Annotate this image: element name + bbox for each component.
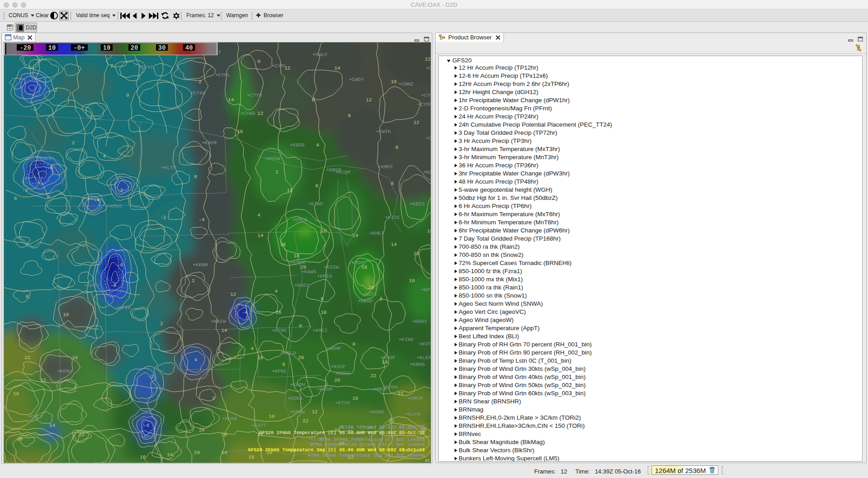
svg-text:+CWNZ: +CWNZ: [398, 81, 413, 87]
svg-text:4: 4: [251, 346, 254, 351]
svg-text:-2: -2: [52, 87, 57, 93]
svg-text:12: 12: [366, 97, 372, 103]
svg-text:+CYWG: +CYWG: [240, 111, 255, 116]
svg-text:GFS20 2FHAG Temperature (C): GFS20 2FHAG Temperature (C) 05.06 0HR We…: [260, 430, 425, 435]
svg-text:+KSGF: +KSGF: [331, 364, 346, 369]
svg-text:+KISW: +KISW: [324, 265, 339, 270]
svg-text:+CWLF: +CWLF: [313, 52, 327, 57]
svg-text:18: 18: [321, 310, 327, 315]
svg-text:22: 22: [370, 373, 376, 379]
svg-text:4: 4: [194, 357, 197, 363]
svg-text:+KRAP: +KRAP: [358, 298, 373, 304]
svg-text:16: 16: [280, 242, 286, 247]
svg-text:+KATT: +KATT: [251, 423, 266, 428]
svg-text:8: 8: [352, 341, 356, 347]
svg-text:18: 18: [361, 265, 367, 270]
svg-text:10: 10: [63, 312, 69, 317]
svg-text:18: 18: [294, 253, 299, 259]
svg-text:+KKNM: +KKNM: [193, 262, 208, 268]
svg-text:22: 22: [303, 418, 308, 424]
svg-text:20: 20: [194, 450, 200, 455]
svg-text:+CYXH: +CYXH: [190, 90, 205, 96]
svg-text:10: 10: [427, 228, 431, 234]
svg-text:-20: -20: [19, 44, 31, 52]
svg-text:20: 20: [368, 285, 374, 290]
svg-text:10: 10: [409, 278, 415, 284]
svg-text:20: 20: [334, 378, 340, 383]
svg-text:12: 12: [425, 57, 431, 62]
svg-text:+KDFW: +KDFW: [290, 409, 305, 415]
svg-text:-6: -6: [143, 423, 149, 428]
svg-text:22: 22: [389, 418, 394, 424]
svg-text:10: 10: [352, 396, 358, 401]
svg-text:22: 22: [398, 391, 403, 397]
svg-text:+KBDE: +KBDE: [290, 142, 305, 148]
svg-text:14: 14: [391, 242, 397, 247]
svg-text:4: 4: [103, 154, 106, 159]
svg-text:10: 10: [72, 355, 78, 360]
svg-text:+CYDN: +CYDN: [417, 102, 431, 107]
svg-text:14: 14: [49, 423, 56, 428]
svg-text:6: 6: [379, 296, 383, 302]
svg-text:+KMOT: +KMOT: [378, 164, 393, 170]
svg-text:14: 14: [334, 66, 341, 71]
svg-text:14: 14: [257, 233, 264, 238]
svg-text:30: 30: [158, 44, 166, 52]
svg-text:+KLTF: +KLTF: [161, 165, 176, 170]
svg-text:+CYYN: +CYYN: [247, 93, 262, 98]
svg-text:10: 10: [48, 44, 56, 52]
svg-text:-4: -4: [94, 198, 100, 203]
svg-text:+KMLS: +KMLS: [292, 217, 307, 222]
svg-text:6: 6: [299, 323, 302, 329]
svg-text:6: 6: [282, 362, 285, 367]
svg-text:14: 14: [221, 328, 228, 333]
svg-text:+CYNM: +CYNM: [421, 93, 431, 98]
svg-text:20: 20: [221, 432, 227, 437]
svg-text:+KVTN: +KVTN: [419, 341, 431, 347]
svg-text:+KGLD: +KGLD: [281, 350, 296, 356]
svg-text:0: 0: [126, 93, 129, 98]
svg-text:2: 2: [160, 321, 163, 327]
svg-text:+KCNK: +KCNK: [272, 328, 287, 333]
svg-text:2: 2: [275, 170, 279, 175]
svg-text:+KADH: +KADH: [290, 382, 305, 388]
svg-text:-2: -2: [30, 106, 36, 112]
svg-text:12: 12: [287, 188, 293, 193]
svg-text:+KENV: +KENV: [57, 369, 72, 374]
svg-text:-2: -2: [148, 374, 154, 379]
svg-text:-2: -2: [117, 188, 123, 193]
svg-text:+CWIK: +CWIK: [376, 129, 391, 134]
svg-text:10: 10: [269, 414, 275, 419]
svg-text:+KSTL: +KSTL: [362, 292, 377, 297]
svg-text:+KMEM: +KMEM: [371, 387, 386, 392]
svg-text:8: 8: [315, 183, 318, 189]
svg-text:8: 8: [26, 294, 29, 299]
svg-text:16: 16: [237, 129, 243, 134]
svg-text:-2: -2: [22, 188, 28, 193]
svg-text:16: 16: [140, 454, 146, 460]
svg-text:10: 10: [391, 79, 397, 85]
svg-text:20: 20: [298, 355, 304, 360]
svg-text:x2: x2: [425, 459, 430, 463]
svg-text:8: 8: [395, 145, 398, 150]
svg-text:+CYRL: +CYRL: [215, 72, 230, 78]
svg-text:16: 16: [13, 391, 19, 397]
svg-text:+KHVR: +KHVR: [202, 140, 217, 146]
svg-text:8: 8: [391, 181, 394, 186]
svg-text:-4: -4: [242, 310, 248, 315]
svg-text:+KBIS: +KBIS: [410, 201, 425, 207]
svg-text:METAR *** Wed 05:00Z 05-Oct-16: METAR *** Wed 05:00Z 05-Oct-16: [339, 425, 425, 430]
svg-text:4: 4: [257, 213, 261, 218]
svg-text:+KHIJ: +KHIJ: [84, 283, 99, 288]
svg-text:+KIWD: +KIWD: [308, 201, 323, 207]
svg-text:12: 12: [312, 409, 318, 415]
svg-text:+KBNA: +KBNA: [410, 362, 425, 367]
svg-text:+KGCC: +KGCC: [294, 283, 309, 288]
svg-text:20: 20: [131, 44, 138, 52]
svg-text:+KRIW: +KRIW: [211, 319, 226, 324]
svg-text:+KCQM: +KCQM: [335, 170, 350, 175]
svg-text:+KBFF: +KBFF: [335, 371, 350, 376]
svg-text:+KMCI: +KMCI: [313, 328, 327, 333]
svg-text:18: 18: [257, 355, 263, 360]
svg-text:2: 2: [110, 63, 114, 69]
